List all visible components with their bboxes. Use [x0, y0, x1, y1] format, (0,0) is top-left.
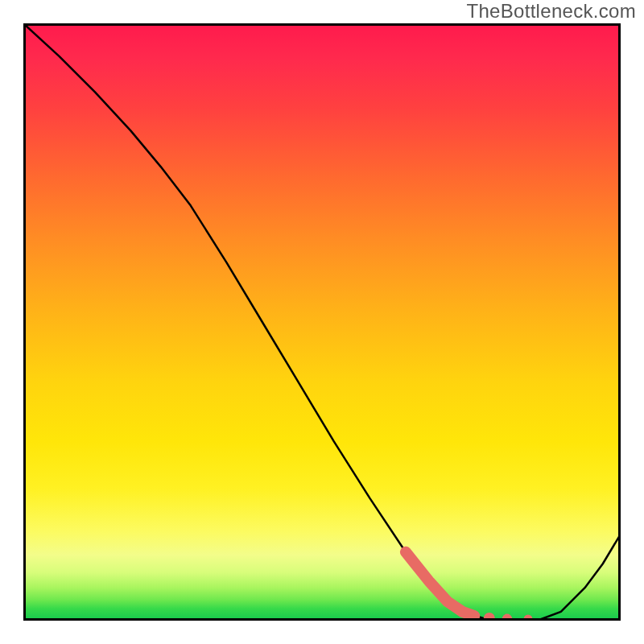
plot-area — [23, 23, 621, 621]
chart-frame: TheBottleneck.com — [0, 0, 644, 644]
curve-layer — [23, 23, 621, 621]
highlight-segment — [406, 552, 474, 616]
highlight-dot — [502, 614, 512, 621]
bottleneck-curve — [23, 23, 621, 621]
watermark-text: TheBottleneck.com — [466, 0, 636, 23]
highlight-dot — [524, 614, 533, 621]
highlight-dot — [484, 613, 495, 621]
highlight-dots — [484, 613, 533, 621]
